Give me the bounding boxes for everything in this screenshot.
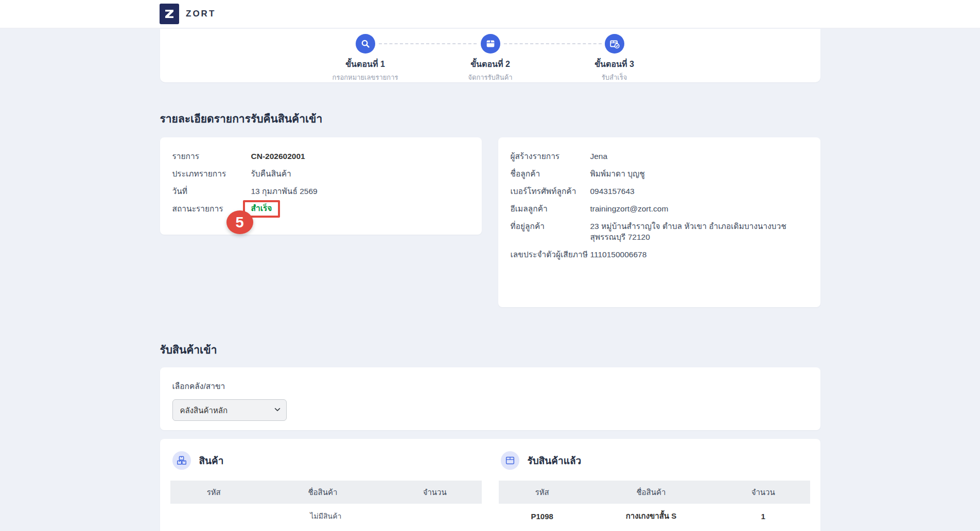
order-date-row: วันที่ 13 กุมภาพันธ์ 2569 [172, 186, 469, 197]
step-3: ขั้นตอนที่ 3 รับสำเร็จ [553, 34, 676, 83]
order-number-row: รายการ CN-202602001 [172, 151, 469, 162]
products-col-name: ชื่อสินค้า [257, 481, 388, 504]
products-table: รหัส ชื่อสินค้า จำนวน ไม่มีสินค้า [170, 481, 482, 528]
received-item-code: P1098 [499, 504, 586, 528]
boxes-icon [172, 451, 191, 470]
step-1-title: ขั้นตอนที่ 1 [304, 58, 427, 70]
order-type-label: ประเภทรายการ [172, 168, 251, 179]
status-badge: สำเร็จ [251, 204, 272, 213]
warehouse-select[interactable]: คลังสินค้าหลัก [172, 399, 287, 421]
received-panel: รับสินค้าแล้ว รหัส ชื่อสินค้า จำนวน P109… [499, 447, 810, 531]
z-glyph [163, 8, 176, 20]
customer-phone-row: เบอร์โทรศัพท์ลูกค้า 0943157643 [511, 186, 808, 197]
order-type-value: รับคืนสินค้า [251, 168, 291, 179]
creator-row: ผู้สร้างรายการ Jena [511, 151, 808, 162]
step-2: ขั้นตอนที่ 2 จัดการรับสินค้า [429, 34, 552, 83]
customer-address-value: 23 หมู่บ้านสำราญใจ ตำบล หัวเขา อำเภอเดิม… [590, 221, 807, 242]
products-col-qty: จำนวน [388, 481, 482, 504]
creator-label: ผู้สร้างรายการ [511, 151, 590, 162]
step-3-desc: รับสำเร็จ [553, 72, 676, 83]
order-number-value: CN-202602001 [251, 151, 305, 162]
products-empty-row: ไม่มีสินค้า [170, 504, 482, 528]
order-details-card: รายการ CN-202602001 ประเภทรายการ รับคืนส… [160, 137, 482, 235]
stepper: ขั้นตอนที่ 1 กรอกหมายเลขรายการ ขั้นตอนที… [160, 29, 820, 82]
step-2-title: ขั้นตอนที่ 2 [429, 58, 552, 70]
main-content: ขั้นตอนที่ 1 กรอกหมายเลขรายการ ขั้นตอนที… [160, 29, 820, 531]
customer-name-label: ชื่อลูกค้า [511, 168, 590, 179]
customer-name-value: พิมพ์มาดา บุญชู [590, 168, 645, 179]
received-col-qty: จำนวน [716, 481, 810, 504]
customer-phone-label: เบอร์โทรศัพท์ลูกค้า [511, 186, 590, 197]
receive-heading: รับสินค้าเข้า [160, 341, 820, 358]
tax-id-value: 1110150006678 [590, 249, 647, 260]
customer-email-value: trainingzort@zort.com [590, 203, 669, 214]
annotation-step-number: 5 [226, 210, 253, 234]
customer-address-row: ที่อยู่ลูกค้า 23 หมู่บ้านสำราญใจ ตำบล หั… [511, 221, 808, 242]
received-item-qty: 1 [716, 504, 810, 528]
warehouse-select-label: เลือกคลัง/สาขา [172, 380, 808, 393]
step-1-desc: กรอกหมายเลขรายการ [304, 72, 427, 83]
tax-id-label: เลขประจำตัวผู้เสียภาษี [511, 249, 590, 260]
order-number-label: รายการ [172, 151, 251, 162]
received-table-header: รหัส ชื่อสินค้า จำนวน [499, 481, 810, 504]
warehouse-card: เลือกคลัง/สาขา คลังสินค้าหลัก [160, 367, 820, 430]
customer-email-row: อีเมลลูกค้า trainingzort@zort.com [511, 203, 808, 214]
annotation-highlight-box: สำเร็จ 5 [243, 200, 281, 218]
items-card: สินค้า รหัส ชื่อสินค้า จำนวน ไม่มีสินค้า [160, 439, 820, 531]
customer-email-label: อีเมลลูกค้า [511, 203, 590, 214]
received-col-code: รหัส [499, 481, 586, 504]
details-heading: รายละเอียดรายการรับคืนสินค้าเข้า [160, 110, 820, 127]
creator-value: Jena [590, 151, 608, 162]
products-col-code: รหัส [170, 481, 257, 504]
products-panel-header: สินค้า [170, 451, 482, 470]
received-col-name: ชื่อสินค้า [586, 481, 716, 504]
step-2-desc: จัดการรับสินค้า [429, 72, 552, 83]
top-bar: ZORT [0, 0, 980, 28]
received-panel-title: รับสินค้าแล้ว [528, 453, 582, 468]
warehouse-select-wrap: คลังสินค้าหลัก [172, 399, 287, 421]
customer-name-row: ชื่อลูกค้า พิมพ์มาดา บุญชู [511, 168, 808, 179]
order-date-value: 13 กุมภาพันธ์ 2569 [251, 186, 318, 197]
order-date-label: วันที่ [172, 186, 251, 197]
customer-details-card: ผู้สร้างรายการ Jena ชื่อลูกค้า พิมพ์มาดา… [498, 137, 820, 307]
brand: ZORT [160, 4, 216, 24]
customer-phone-value: 0943157643 [590, 186, 635, 197]
details-row: รายการ CN-202602001 ประเภทรายการ รับคืนส… [160, 137, 820, 307]
customer-address-label: ที่อยู่ลูกค้า [511, 221, 590, 242]
received-panel-header: รับสินค้าแล้ว [499, 451, 810, 470]
products-panel-title: สินค้า [199, 453, 224, 468]
package-icon [481, 34, 500, 54]
zort-logo-icon[interactable] [160, 4, 179, 24]
step-3-title: ขั้นตอนที่ 3 [553, 58, 676, 70]
tax-id-row: เลขประจำตัวผู้เสียภาษี 1110150006678 [511, 249, 808, 260]
received-item-row: P1098 กางเกงขาสั้น S 1 [499, 504, 810, 528]
search-icon [356, 34, 375, 54]
products-panel: สินค้า รหัส ชื่อสินค้า จำนวน ไม่มีสินค้า [170, 447, 482, 531]
no-products-text: ไม่มีสินค้า [170, 504, 482, 528]
step-1: ขั้นตอนที่ 1 กรอกหมายเลขรายการ [304, 34, 427, 83]
products-table-header: รหัส ชื่อสินค้า จำนวน [170, 481, 482, 504]
package-check-icon [605, 34, 624, 54]
received-item-name: กางเกงขาสั้น S [586, 504, 716, 528]
box-icon [501, 451, 519, 470]
order-type-row: ประเภทรายการ รับคืนสินค้า [172, 168, 469, 179]
order-status-row: สถานะรายการ สำเร็จ 5 [172, 203, 469, 218]
brand-name: ZORT [186, 9, 216, 19]
received-table: รหัส ชื่อสินค้า จำนวน P1098 กางเกงขาสั้น… [499, 481, 810, 528]
